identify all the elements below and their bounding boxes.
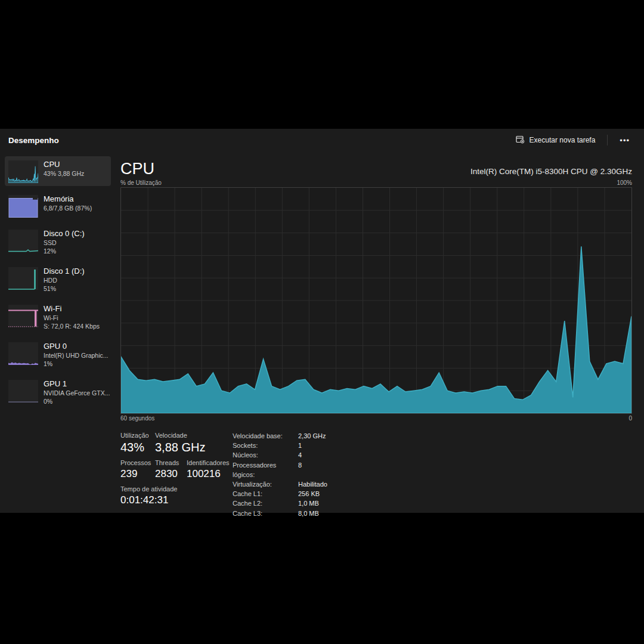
gpu1-thumbnail-chart	[8, 380, 38, 402]
disk0-thumbnail-chart	[8, 230, 38, 252]
cpu-area-series	[121, 246, 631, 413]
new-task-icon	[516, 135, 525, 145]
header: Desempenho Executar nova tarefa •••	[0, 129, 644, 151]
detail-row: Velocidade base:2,30 GHz	[233, 431, 327, 441]
utilization-label: Utilização	[120, 431, 155, 440]
memory-thumbnail-chart	[8, 195, 38, 218]
detail-row: Núcleos:4	[233, 450, 327, 460]
gpu0-thumbnail-chart	[8, 342, 38, 365]
task-manager-window: Desempenho Executar nova tarefa •••	[0, 129, 644, 513]
handles-label: Identificadores	[187, 459, 230, 467]
detail-row: Sockets:1	[233, 441, 327, 450]
processes-label: Processos	[120, 459, 155, 467]
threads-label: Threads	[155, 459, 187, 467]
more-options-button[interactable]: •••	[614, 134, 636, 147]
detail-row: Processadores lógicos:8	[233, 460, 327, 479]
detail-row: Cache L2:1,0 MB	[233, 499, 327, 508]
sidebar-disk1-title: Disco 1 (D:)	[44, 266, 85, 276]
speed-label: Velocidade	[155, 431, 205, 440]
run-new-task-button[interactable]: Executar nova tarefa	[510, 132, 602, 148]
sidebar-item-disk0[interactable]: Disco 0 (C:) SSD 12%	[5, 225, 111, 258]
speed-value: 3,88 GHz	[155, 440, 205, 454]
sidebar-memory-stats: 6,8/7,8 GB (87%)	[44, 204, 92, 212]
page-title: Desempenho	[8, 136, 59, 145]
sidebar-cpu-stats: 43% 3,88 GHz	[44, 169, 84, 178]
sidebar-gpu0-title: GPU 0	[44, 341, 107, 351]
cpu-static-details: Velocidade base:2,30 GHz Sockets:1 Núcle…	[233, 431, 327, 518]
detail-row: Cache L3:8,0 MB	[233, 509, 327, 518]
processes-value: 239	[120, 467, 155, 481]
handles-value: 100216	[187, 467, 230, 481]
cpu-dynamic-stats: Utilização 43% Velocidade 3,88 GHz Proce…	[120, 431, 233, 518]
cpu-detail-panel: CPU Intel(R) Core(TM) i5-8300H CPU @ 2.3…	[114, 151, 644, 513]
sidebar-cpu-title: CPU	[44, 159, 84, 169]
cpu-model-name: Intel(R) Core(TM) i5-8300H CPU @ 2.30GHz	[470, 167, 632, 178]
header-divider	[607, 135, 608, 145]
cpu-thumbnail-chart	[8, 160, 38, 183]
y-axis-label: % de Utilização	[120, 179, 162, 186]
y-max-label: 100%	[617, 179, 632, 186]
uptime-value: 0:01:42:31	[120, 494, 177, 507]
uptime-label: Tempo de atividade	[120, 485, 177, 494]
sidebar-disk0-title: Disco 0 (C:)	[44, 228, 85, 239]
x-right-label: 0	[628, 415, 632, 422]
sidebar-gpu1-title: GPU 1	[44, 379, 107, 389]
sidebar-memory-title: Memória	[44, 194, 92, 204]
threads-value: 2830	[155, 467, 187, 481]
sidebar-item-disk1[interactable]: Disco 1 (D:) HDD 51%	[5, 263, 111, 296]
sidebar-item-memory[interactable]: Memória 6,8/7,8 GB (87%)	[5, 191, 111, 221]
wifi-thumbnail-chart	[8, 305, 38, 327]
sidebar-wifi-title: Wi-Fi	[44, 304, 100, 314]
detail-row: Cache L1:256 KB	[233, 489, 327, 499]
sidebar-item-gpu0[interactable]: GPU 0 Intel(R) UHD Graphic... 1%	[5, 338, 111, 371]
x-left-label: 60 segundos	[120, 415, 154, 422]
disk1-thumbnail-chart	[8, 267, 38, 290]
cpu-utilization-chart[interactable]	[120, 187, 632, 414]
run-new-task-label: Executar nova tarefa	[530, 136, 596, 144]
sidebar-item-wifi[interactable]: Wi-Fi Wi-Fi S: 72,0 R: 424 Kbps	[5, 301, 111, 333]
utilization-value: 43%	[120, 440, 155, 454]
sidebar-item-cpu[interactable]: CPU 43% 3,88 GHz	[5, 156, 111, 186]
sidebar-item-gpu1[interactable]: GPU 1 NVIDIA GeForce GTX... 0%	[5, 376, 111, 408]
cpu-panel-title: CPU	[120, 160, 154, 178]
performance-sidebar: CPU 43% 3,88 GHz Memória 6,8/7,8 GB (87%…	[0, 151, 114, 513]
detail-row: Virtualização:Habilitado	[233, 479, 327, 489]
